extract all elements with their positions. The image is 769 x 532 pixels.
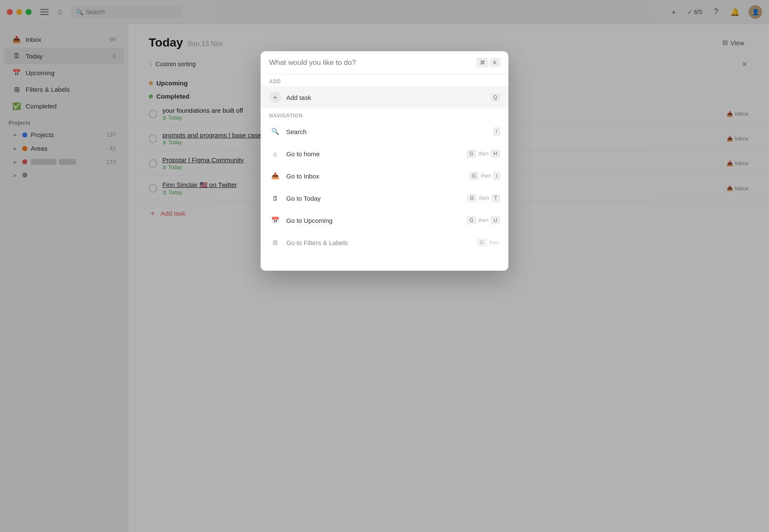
cp-then-inbox: then [481, 173, 491, 179]
cp-today-shortcut: G then T [467, 194, 500, 202]
cp-search-nav-icon: 🔍 [269, 126, 281, 137]
cp-shortcut: ⌘ K [477, 58, 500, 67]
cp-inbox-icon: 📥 [269, 170, 281, 182]
cp-search-shortcut: / [493, 128, 500, 135]
cp-k-key: K [490, 58, 500, 67]
cp-filters-icon: ⊞ [269, 237, 281, 248]
cp-add-task-label: Add task [286, 94, 486, 101]
cp-upcoming-shortcut: G then U [467, 216, 500, 224]
cp-then-upcoming: then [478, 217, 488, 223]
add-task-icon: ＋ [269, 91, 281, 103]
cp-today-label: Go to Today [286, 195, 462, 202]
cp-upcoming-label: Go to Upcoming [286, 217, 462, 224]
cp-then-filters: then [489, 240, 499, 246]
cp-item-go-upcoming[interactable]: 📅 Go to Upcoming G then U [261, 209, 508, 231]
cp-t-key: T [492, 194, 500, 202]
cp-then-today: then [479, 195, 489, 201]
cp-q-key: Q [491, 94, 500, 101]
cp-g-key-today: G [467, 194, 476, 202]
cp-cmd-key: ⌘ [477, 58, 488, 67]
cp-item-search[interactable]: 🔍 Search / [261, 120, 508, 143]
cp-g-key-upcoming: G [467, 216, 476, 224]
cp-nav-section: Navigation [261, 108, 508, 120]
cp-filters-label: Go to Filters & Labels [286, 239, 472, 246]
cp-home-shortcut: G then H [467, 150, 500, 158]
command-palette: ⌘ K Add ＋ Add task Q Navigation 🔍 Search… [261, 51, 508, 271]
cp-today-icon: 🗓 [269, 192, 281, 204]
cp-overflow-fade [261, 254, 508, 271]
cp-g-key-inbox: G [470, 172, 478, 180]
cp-search-input[interactable] [269, 58, 473, 67]
cp-filters-shortcut: G then [477, 239, 500, 246]
cp-slash-key: / [493, 128, 500, 135]
cp-u-key: U [491, 216, 500, 224]
cp-search-row: ⌘ K [261, 51, 508, 74]
cp-upcoming-icon: 📅 [269, 214, 281, 226]
cp-add-task-shortcut: Q [491, 94, 500, 101]
cp-inbox-label: Go to Inbox [286, 172, 464, 180]
cp-item-go-filters[interactable]: ⊞ Go to Filters & Labels G then [261, 231, 508, 254]
command-palette-overlay[interactable]: ⌘ K Add ＋ Add task Q Navigation 🔍 Search… [0, 0, 769, 532]
cp-g-key-filters: G [477, 239, 486, 246]
cp-item-add-task[interactable]: ＋ Add task Q [261, 86, 508, 108]
cp-search-label: Search [286, 128, 488, 135]
cp-home-label: Go to home [286, 150, 462, 158]
cp-add-section: Add [261, 74, 508, 86]
cp-item-go-today[interactable]: 🗓 Go to Today G then T [261, 187, 508, 209]
cp-i-key: i [493, 172, 500, 180]
cp-inbox-shortcut: G then i [470, 172, 500, 180]
cp-then-home: then [478, 151, 488, 157]
cp-g-key-home: G [467, 150, 476, 158]
cp-h-key: H [491, 150, 500, 158]
cp-item-go-inbox[interactable]: 📥 Go to Inbox G then i [261, 165, 508, 187]
cp-item-go-home[interactable]: ⌂ Go to home G then H [261, 143, 508, 165]
cp-home-icon: ⌂ [269, 148, 281, 160]
